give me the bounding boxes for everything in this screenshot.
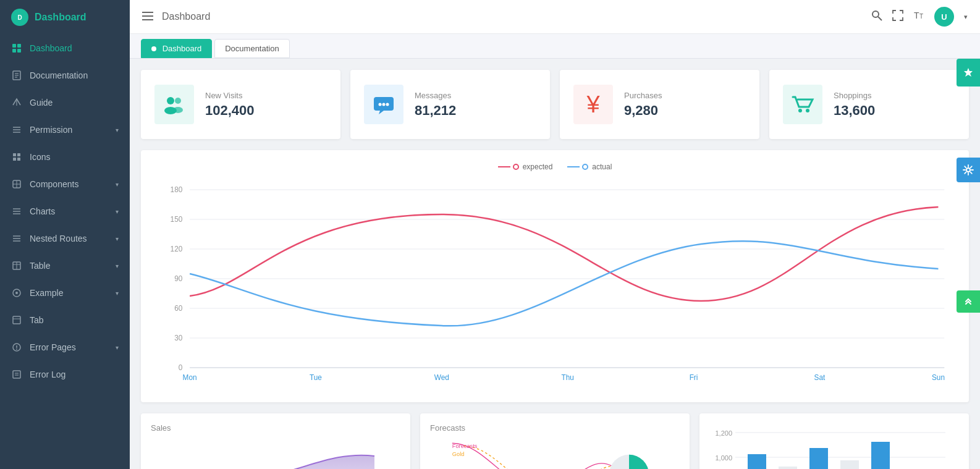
svg-rect-88 <box>748 454 766 469</box>
stat-card-shoppings: Shoppings 13,600 <box>769 70 969 139</box>
new-visits-icon <box>154 85 194 124</box>
svg-rect-5 <box>17 49 21 53</box>
dropdown-arrow-icon[interactable]: ▾ <box>964 13 968 21</box>
sidebar-item-label: Icons <box>30 152 119 162</box>
sidebar-item-example[interactable]: Example ▾ <box>0 279 130 306</box>
svg-point-31 <box>15 292 18 294</box>
sidebar-item-label: Dashboard <box>30 43 119 53</box>
legend-dot-red <box>513 164 519 170</box>
stat-info-purchases: Purchases 9,280 <box>624 91 662 119</box>
sidebar-item-permission[interactable]: Permission ▾ <box>0 116 130 143</box>
svg-text:Sat: Sat <box>814 373 826 382</box>
sidebar-item-label: Nested Routes <box>30 234 116 243</box>
sidebar-item-charts[interactable]: Charts ▾ <box>0 198 130 225</box>
error-pages-icon <box>11 342 22 353</box>
svg-text:T: T <box>914 11 919 20</box>
tabs-bar: Dashboard Documentation <box>130 34 980 59</box>
charts-icon <box>11 206 22 217</box>
svg-rect-3 <box>17 44 21 48</box>
shoppings-icon <box>783 85 822 124</box>
mini-charts-row: Sales Forecasts <box>141 413 969 469</box>
svg-point-55 <box>798 109 802 112</box>
right-edge-green-widget[interactable] <box>957 290 980 313</box>
stat-value: 81,212 <box>415 103 456 119</box>
svg-line-44 <box>878 17 882 20</box>
sidebar-item-table[interactable]: Table ▾ <box>0 252 130 279</box>
svg-point-52 <box>379 103 382 106</box>
forecasts-chart-svg: Forecasts Gold <box>430 437 680 469</box>
chevron-down-icon: ▾ <box>116 290 119 297</box>
legend-actual-label: actual <box>592 163 612 171</box>
svg-rect-32 <box>13 316 20 324</box>
sidebar-item-label: Example <box>30 288 116 298</box>
avatar[interactable]: U <box>934 7 954 27</box>
menu-icon[interactable] <box>142 11 153 23</box>
svg-point-47 <box>167 97 174 104</box>
chart-legend: expected actual <box>153 163 957 171</box>
stat-label: Purchases <box>624 91 662 100</box>
documentation-icon <box>11 70 22 81</box>
legend-expected: expected <box>498 163 553 171</box>
svg-point-94 <box>966 168 970 172</box>
chevron-down-icon: ▾ <box>116 127 119 133</box>
sidebar-item-tab[interactable]: Tab <box>0 306 130 334</box>
svg-text:120: 120 <box>171 245 183 253</box>
tab-dashboard[interactable]: Dashboard <box>141 39 212 58</box>
sidebar-item-icons[interactable]: Icons <box>0 143 130 171</box>
fullscreen-icon[interactable] <box>892 10 903 24</box>
mini-chart-forecasts: Forecasts Forecasts Gold <box>420 413 690 469</box>
tab-dashboard-label: Dashboard <box>163 44 202 53</box>
legend-expected-label: expected <box>523 163 553 171</box>
tab-documentation[interactable]: Documentation <box>214 39 289 58</box>
permission-icon <box>11 124 22 135</box>
svg-text:1,000: 1,000 <box>715 454 732 462</box>
stat-label: Shoppings <box>834 91 875 100</box>
sidebar-item-documentation[interactable]: Documentation <box>0 62 130 89</box>
mini-chart-forecasts-label: Forecasts <box>430 423 680 433</box>
svg-point-50 <box>173 107 183 113</box>
sidebar-title: Dashboard <box>35 12 87 23</box>
svg-text:Sun: Sun <box>932 373 945 382</box>
page-content: New Visits 102,400 Messages <box>130 59 980 469</box>
svg-text:Fri: Fri <box>690 373 698 382</box>
sidebar-item-guide[interactable]: Guide <box>0 89 130 116</box>
chevron-down-icon: ▾ <box>116 344 119 351</box>
sidebar-item-dashboard[interactable]: Dashboard <box>0 35 130 62</box>
svg-text:Gold: Gold <box>452 451 464 457</box>
svg-point-43 <box>872 11 879 17</box>
svg-text:1,200: 1,200 <box>715 429 732 437</box>
svg-rect-89 <box>779 467 797 469</box>
legend-actual: actual <box>567 163 612 171</box>
legend-line-blue <box>567 166 580 167</box>
stat-info-messages: Messages 81,212 <box>415 91 456 119</box>
svg-rect-4 <box>12 49 16 53</box>
dashboard-icon <box>11 43 22 54</box>
guide-icon <box>11 97 22 108</box>
sidebar-item-components[interactable]: Components ▾ <box>0 171 130 198</box>
sales-chart-svg <box>151 437 400 469</box>
stat-info-new-visits: New Visits 102,400 <box>205 91 255 119</box>
sidebar-item-nested-routes[interactable]: Nested Routes ▾ <box>0 225 130 252</box>
svg-rect-14 <box>13 153 16 156</box>
svg-text:D: D <box>17 14 22 21</box>
topbar: Dashboard T T <box>130 0 980 34</box>
sidebar-item-error-log[interactable]: Error Log <box>0 361 130 388</box>
svg-point-35 <box>16 349 17 350</box>
right-edge-settings-widget[interactable] <box>957 158 980 182</box>
svg-rect-16 <box>13 158 16 161</box>
sidebar-item-error-pages[interactable]: Error Pages ▾ <box>0 334 130 361</box>
line-chart-svg: 180 150 120 90 60 30 0 Mon Tue Wed Thu F… <box>153 177 957 387</box>
sidebar-item-label: Table <box>30 261 116 271</box>
legend-line-red <box>498 166 510 167</box>
right-edge-teal-widget[interactable] <box>957 59 980 87</box>
search-icon[interactable] <box>871 10 882 24</box>
svg-text:Mon: Mon <box>183 373 197 382</box>
mini-chart-sales-label: Sales <box>151 423 400 433</box>
sidebar: D Dashboard Dashboard Documentation <box>0 0 130 469</box>
font-size-icon[interactable]: T T <box>913 10 924 24</box>
stat-label: New Visits <box>205 91 255 100</box>
svg-rect-91 <box>840 460 859 469</box>
stat-info-shoppings: Shoppings 13,600 <box>834 91 875 119</box>
sidebar-item-label: Components <box>30 179 116 189</box>
svg-text:Wed: Wed <box>434 373 449 382</box>
